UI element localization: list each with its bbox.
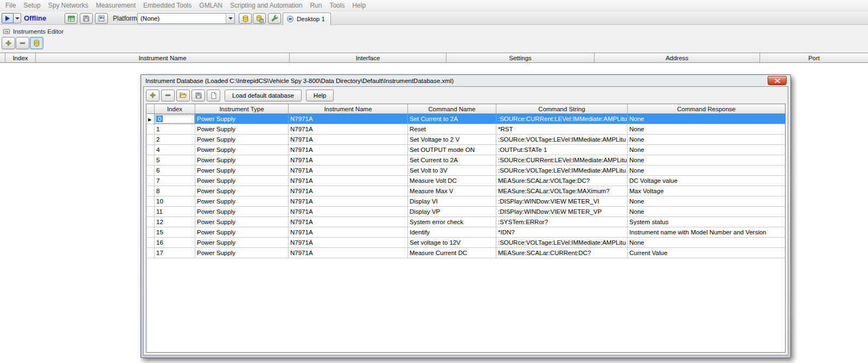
cell-instrument-name[interactable]: N7971A bbox=[289, 207, 408, 217]
cell-command-response[interactable]: None bbox=[628, 145, 785, 155]
cell-instrument-type[interactable]: Power Supply bbox=[195, 135, 289, 145]
cell-instrument-name[interactable]: N7971A bbox=[289, 114, 408, 124]
database-save-button[interactable] bbox=[253, 13, 266, 24]
cell-index[interactable]: 5 bbox=[155, 155, 195, 165]
cell-index[interactable]: 11 bbox=[155, 207, 195, 217]
cell-command-string[interactable]: *RST bbox=[496, 124, 628, 135]
cell-command-response[interactable]: System status bbox=[628, 217, 785, 227]
add-instrument-button[interactable] bbox=[2, 37, 15, 49]
cell-command-response[interactable]: None bbox=[628, 238, 785, 248]
cell-index[interactable]: 0 bbox=[155, 114, 195, 124]
save-database-button[interactable] bbox=[192, 90, 205, 101]
cell-command-name[interactable]: Measure Volt DC bbox=[408, 176, 496, 186]
menu-item[interactable]: Spy Networks bbox=[44, 0, 92, 11]
cell-command-string[interactable]: MEASure:SCALar:VOLTage:MAXimum? bbox=[496, 186, 628, 196]
cell-instrument-type[interactable]: Power Supply bbox=[195, 145, 289, 155]
cell-instrument-type[interactable]: Power Supply bbox=[195, 155, 289, 165]
cell-index[interactable]: 6 bbox=[155, 165, 195, 176]
cell-command-name[interactable]: Display VI bbox=[408, 196, 496, 207]
cell-instrument-name[interactable]: N7971A bbox=[289, 248, 408, 258]
table-row[interactable]: 11 Power Supply N7971A Display VP :DISPl… bbox=[146, 207, 785, 217]
cell-index[interactable]: 1 bbox=[155, 124, 195, 135]
cell-command-string[interactable]: :SOURce:VOLTage:LEVel:IMMediate:AMPLitu bbox=[496, 135, 628, 145]
table-row[interactable]: 16 Power Supply N7971A Set voltage to 12… bbox=[146, 238, 785, 248]
cell-instrument-type[interactable]: Power Supply bbox=[195, 227, 289, 238]
menu-item[interactable]: File bbox=[2, 0, 20, 11]
cell-instrument-type[interactable]: Power Supply bbox=[195, 186, 289, 196]
table-row[interactable]: 12 Power Supply N7971A System error chec… bbox=[146, 217, 785, 227]
cell-index[interactable]: 17 bbox=[155, 248, 195, 258]
cell-command-name[interactable]: Set voltage to 12V bbox=[408, 238, 496, 248]
cell-instrument-type[interactable]: Power Supply bbox=[195, 248, 289, 258]
database-button[interactable] bbox=[239, 13, 252, 24]
cell-command-response[interactable]: None bbox=[628, 165, 785, 176]
run-options-dropdown[interactable] bbox=[14, 13, 21, 23]
platform-select[interactable]: (None) bbox=[137, 13, 235, 24]
run-button[interactable] bbox=[2, 13, 14, 23]
cell-command-string[interactable]: MEASure:SCALar:VOLTage:DC? bbox=[496, 176, 628, 186]
cell-instrument-type[interactable]: Power Supply bbox=[195, 176, 289, 186]
cell-instrument-name[interactable]: N7971A bbox=[289, 238, 408, 248]
table-row[interactable]: 10 Power Supply N7971A Display VI :DISPl… bbox=[146, 196, 785, 207]
cell-instrument-name[interactable]: N7971A bbox=[289, 227, 408, 238]
cell-command-response[interactable]: Current Value bbox=[628, 248, 785, 258]
cell-command-name[interactable]: Identify bbox=[408, 227, 496, 238]
remove-command-button[interactable] bbox=[161, 90, 175, 101]
messages-view-button[interactable] bbox=[65, 13, 78, 24]
dialog-title-bar[interactable]: Instrument Database (Loaded C:\IntrepidC… bbox=[143, 75, 788, 86]
cell-command-string[interactable]: :SOURce:CURRent:LEVel:IMMediate:AMPLitu bbox=[496, 155, 628, 165]
menu-item[interactable]: Embedded Tools bbox=[139, 0, 195, 11]
cell-index[interactable]: 4 bbox=[155, 145, 195, 155]
cell-command-response[interactable]: None bbox=[628, 207, 785, 217]
cell-command-string[interactable]: :SOURce:VOLTage:LEVel:IMMediate:AMPLitu bbox=[496, 165, 628, 176]
cell-command-string[interactable]: :SYSTem:ERRor? bbox=[496, 217, 628, 227]
cell-command-name[interactable]: Measure Current DC bbox=[408, 248, 496, 258]
cell-index[interactable]: 2 bbox=[155, 135, 195, 145]
cell-instrument-type[interactable]: Power Supply bbox=[195, 196, 289, 207]
cell-index[interactable]: 8 bbox=[155, 186, 195, 196]
cell-command-string[interactable]: :DISPlay:WINDow:VIEW METER_VI bbox=[496, 196, 628, 207]
cell-instrument-name[interactable]: N7971A bbox=[289, 186, 408, 196]
load-default-database-button[interactable]: Load default database bbox=[225, 90, 302, 101]
table-row[interactable]: 0 Power Supply N7971A Set Current to 2A … bbox=[146, 114, 785, 124]
report-button[interactable] bbox=[95, 13, 108, 24]
cell-instrument-name[interactable]: N7971A bbox=[289, 165, 408, 176]
cell-index[interactable]: 15 bbox=[155, 227, 195, 238]
cell-command-string[interactable]: *IDN? bbox=[496, 227, 628, 238]
cell-command-string[interactable]: MEASure:SCALar:CURRent:DC? bbox=[496, 248, 628, 258]
help-button[interactable]: Help bbox=[306, 90, 334, 101]
cell-index[interactable]: 16 bbox=[155, 238, 195, 248]
cell-instrument-name[interactable]: N7971A bbox=[289, 124, 408, 135]
table-row[interactable]: 17 Power Supply N7971A Measure Current D… bbox=[146, 248, 785, 258]
table-row[interactable]: 7 Power Supply N7971A Measure Volt DC ME… bbox=[146, 176, 785, 186]
cell-command-response[interactable]: Instrument name with Model Number and Ve… bbox=[628, 227, 785, 238]
cell-command-response[interactable]: None bbox=[628, 114, 785, 124]
cell-command-name[interactable]: Measure Max V bbox=[408, 186, 496, 196]
table-row[interactable]: 15 Power Supply N7971A Identify *IDN? In… bbox=[146, 227, 785, 238]
table-row[interactable]: 1 Power Supply N7971A Reset *RST None bbox=[146, 124, 785, 135]
cell-instrument-type[interactable]: Power Supply bbox=[195, 165, 289, 176]
table-row[interactable]: 6 Power Supply N7971A Set Volt to 3V :SO… bbox=[146, 165, 785, 176]
menu-item[interactable]: GMLAN bbox=[195, 0, 226, 11]
cell-index[interactable]: 10 bbox=[155, 196, 195, 207]
cell-command-string[interactable]: :SOURce:CURRent:LEVel:IMMediate:AMPLitu bbox=[496, 114, 628, 124]
new-database-button[interactable] bbox=[207, 90, 220, 101]
cell-command-string[interactable]: :SOURce:VOLTage:LEVel:IMMediate:AMPLitu bbox=[496, 238, 628, 248]
cell-instrument-name[interactable]: N7971A bbox=[289, 196, 408, 207]
cell-command-string[interactable]: :DISPlay:WINDow:VIEW METER_VP bbox=[496, 207, 628, 217]
cell-command-name[interactable]: Reset bbox=[408, 124, 496, 135]
cell-instrument-name[interactable]: N7971A bbox=[289, 135, 408, 145]
remove-instrument-button[interactable] bbox=[16, 37, 29, 49]
cell-instrument-name[interactable]: N7971A bbox=[289, 176, 408, 186]
table-row[interactable]: 8 Power Supply N7971A Measure Max V MEAS… bbox=[146, 186, 785, 196]
cell-command-response[interactable]: None bbox=[628, 196, 785, 207]
cell-command-response[interactable]: None bbox=[628, 135, 785, 145]
menu-item[interactable]: Scripting and Automation bbox=[226, 0, 306, 11]
cell-command-name[interactable]: Set OUTPUT mode ON bbox=[408, 145, 496, 155]
instrument-database-button[interactable] bbox=[30, 37, 43, 49]
cell-command-name[interactable]: Set Volt to 3V bbox=[408, 165, 496, 176]
cell-command-name[interactable]: Set Current to 2A bbox=[408, 155, 496, 165]
tab-desktop-1[interactable]: Desktop 1 bbox=[283, 12, 331, 25]
cell-instrument-type[interactable]: Power Supply bbox=[195, 238, 289, 248]
cell-command-name[interactable]: Set Voltage to 2 V bbox=[408, 135, 496, 145]
